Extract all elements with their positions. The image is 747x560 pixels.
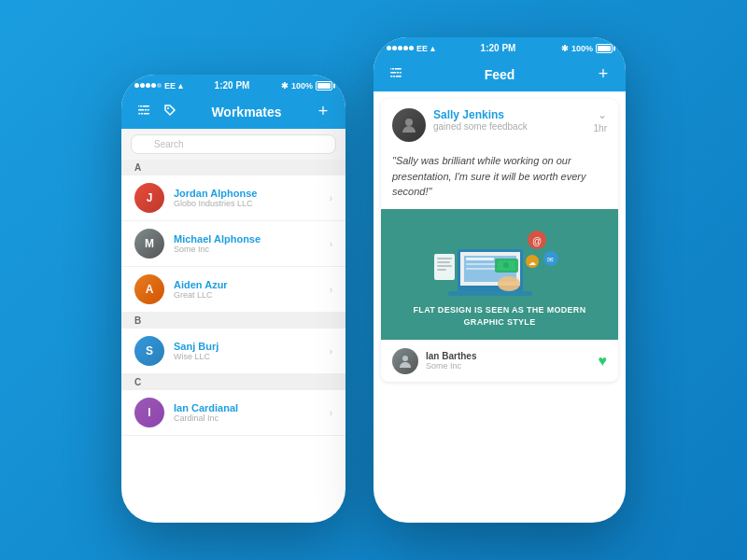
section-b-header: B bbox=[121, 313, 345, 329]
contact-company-jordan: Globo Industries LLC bbox=[174, 199, 330, 208]
svg-text:☁: ☁ bbox=[529, 259, 536, 267]
nav-title-right: Feed bbox=[485, 67, 515, 82]
rdot2 bbox=[392, 46, 397, 50]
chevron-ian: › bbox=[330, 408, 332, 418]
search-bar: ⌕ Search bbox=[121, 129, 345, 160]
plus-icon-left[interactable]: + bbox=[314, 102, 332, 121]
svg-point-4 bbox=[145, 108, 148, 111]
status-right-right: ✱ 100% bbox=[561, 44, 613, 53]
contact-company-sanj: Wise LLC bbox=[174, 352, 330, 361]
heart-icon[interactable]: ♥ bbox=[599, 353, 608, 370]
contact-company-michael: Some Inc bbox=[174, 245, 330, 254]
contact-row-michael[interactable]: M Michael Alphonse Some Inc › bbox=[121, 221, 345, 267]
time-left: 1:20 PM bbox=[215, 80, 250, 91]
avatar-sanj: S bbox=[134, 336, 164, 366]
dot3 bbox=[146, 83, 150, 88]
feed-image-label: FLAT DESIGN IS SEEN AS THE MODERN GRAPHI… bbox=[381, 301, 618, 331]
feed-item: Sally Jenkins gained some feedback ⌄ 1hr… bbox=[381, 99, 618, 382]
feed-action-text: gained some feedback bbox=[433, 121, 528, 132]
svg-text:@: @ bbox=[532, 236, 542, 246]
svg-point-12 bbox=[393, 75, 396, 77]
search-input[interactable]: Search bbox=[131, 134, 336, 154]
feed-meta: ⌄ 1hr bbox=[594, 108, 607, 133]
contact-row-jordan[interactable]: J Jordan Alphonse Globo Industries LLC › bbox=[121, 175, 345, 221]
feed-user-info: Sally Jenkins gained some feedback bbox=[433, 108, 528, 132]
svg-rect-33 bbox=[437, 261, 450, 263]
left-phone: EE ▴ 1:20 PM ✱ 100% bbox=[121, 75, 345, 523]
tag-icon[interactable] bbox=[161, 104, 179, 119]
dot4 bbox=[151, 83, 156, 88]
carrier-text-right: EE bbox=[416, 44, 428, 53]
nav-bar-right: Feed + bbox=[374, 57, 626, 91]
nav-title-left: Workmates bbox=[211, 105, 281, 119]
nav-bar-left: Workmates + bbox=[121, 94, 345, 129]
footer-name: Ian Barthes bbox=[426, 351, 476, 361]
status-bar-right: EE ▴ 1:20 PM ✱ 100% bbox=[374, 37, 626, 57]
contact-row-aiden[interactable]: A Aiden Azur Great LLC › bbox=[121, 267, 345, 313]
svg-point-6 bbox=[167, 107, 169, 109]
svg-rect-16 bbox=[448, 291, 532, 296]
svg-point-10 bbox=[392, 67, 395, 70]
bluetooth-icon: ✱ bbox=[281, 81, 289, 91]
footer-company: Some Inc bbox=[426, 361, 476, 371]
dot5 bbox=[157, 83, 162, 88]
feed-illustration: @ ✉ ☁ bbox=[406, 217, 593, 301]
contact-name-jordan: Jordan Alphonse bbox=[174, 188, 330, 199]
rdot1 bbox=[387, 46, 391, 50]
contact-row-ian[interactable]: I Ian Cardianal Cardinal Inc › bbox=[121, 390, 345, 436]
footer-left: Ian Barthes Some Inc bbox=[392, 348, 476, 374]
chevron-sanj: › bbox=[330, 346, 332, 357]
feed-header: Sally Jenkins gained some feedback ⌄ 1hr bbox=[381, 99, 618, 149]
battery-right bbox=[596, 44, 613, 53]
section-a-header: A bbox=[121, 160, 345, 175]
footer-user-info: Ian Barthes Some Inc bbox=[426, 351, 476, 371]
avatar-ian: I bbox=[134, 398, 164, 427]
plus-icon-right[interactable]: + bbox=[594, 64, 613, 84]
svg-point-36 bbox=[402, 356, 408, 361]
rdot4 bbox=[403, 46, 408, 50]
contact-info-aiden: Aiden Azur Great LLC bbox=[174, 279, 330, 300]
feed-quote: "Sally was brilliant while working on ou… bbox=[381, 149, 618, 209]
contact-row-sanj[interactable]: S Sanj Burj Wise LLC › bbox=[121, 329, 345, 374]
signal-dots bbox=[134, 83, 162, 88]
svg-point-11 bbox=[397, 71, 400, 74]
sliders-icon-right[interactable] bbox=[387, 66, 405, 82]
avatar-aiden: A bbox=[134, 274, 164, 304]
dot2 bbox=[140, 83, 145, 88]
battery-percent-right: 100% bbox=[571, 44, 593, 53]
dot1 bbox=[134, 83, 139, 88]
status-right-left: ✱ 100% bbox=[281, 81, 332, 91]
svg-text:✉: ✉ bbox=[547, 256, 554, 264]
rdot5 bbox=[409, 46, 414, 50]
chevron-down-icon[interactable]: ⌄ bbox=[598, 108, 607, 121]
avatar-michael: M bbox=[134, 229, 164, 259]
svg-point-30 bbox=[498, 276, 520, 291]
battery-fill-left bbox=[317, 83, 331, 89]
contact-name-sanj: Sanj Burj bbox=[174, 341, 330, 352]
svg-rect-34 bbox=[437, 265, 452, 267]
feed-header-left: Sally Jenkins gained some feedback bbox=[392, 108, 528, 142]
wifi-icon: ▴ bbox=[178, 81, 183, 91]
contact-info-ian: Ian Cardianal Cardinal Inc bbox=[174, 402, 330, 423]
svg-rect-32 bbox=[437, 258, 452, 259]
chevron-michael: › bbox=[330, 239, 332, 249]
battery-left bbox=[316, 81, 332, 91]
feed-time: 1hr bbox=[594, 123, 607, 133]
battery-fill-right bbox=[598, 46, 611, 51]
nav-icons-left bbox=[134, 104, 179, 119]
chevron-jordan: › bbox=[330, 193, 332, 203]
svg-rect-35 bbox=[437, 269, 446, 271]
battery-percent-left: 100% bbox=[291, 81, 313, 91]
svg-point-23 bbox=[503, 262, 509, 268]
contact-info-jordan: Jordan Alphonse Globo Industries LLC bbox=[174, 188, 330, 208]
footer-avatar-ian bbox=[392, 348, 418, 374]
sliders-icon[interactable] bbox=[134, 104, 153, 119]
bluetooth-icon-right: ✱ bbox=[561, 44, 569, 53]
svg-point-13 bbox=[405, 119, 413, 126]
contact-company-aiden: Great LLC bbox=[174, 290, 330, 300]
phones-container: EE ▴ 1:20 PM ✱ 100% bbox=[121, 37, 626, 523]
svg-point-5 bbox=[141, 112, 144, 115]
contact-company-ian: Cardinal Inc bbox=[174, 413, 330, 423]
wifi-icon-right: ▴ bbox=[430, 44, 435, 53]
feed-image-banner: @ ✉ ☁ FLAT DESIGN IS SEEN AS THE MODERN … bbox=[381, 209, 618, 340]
